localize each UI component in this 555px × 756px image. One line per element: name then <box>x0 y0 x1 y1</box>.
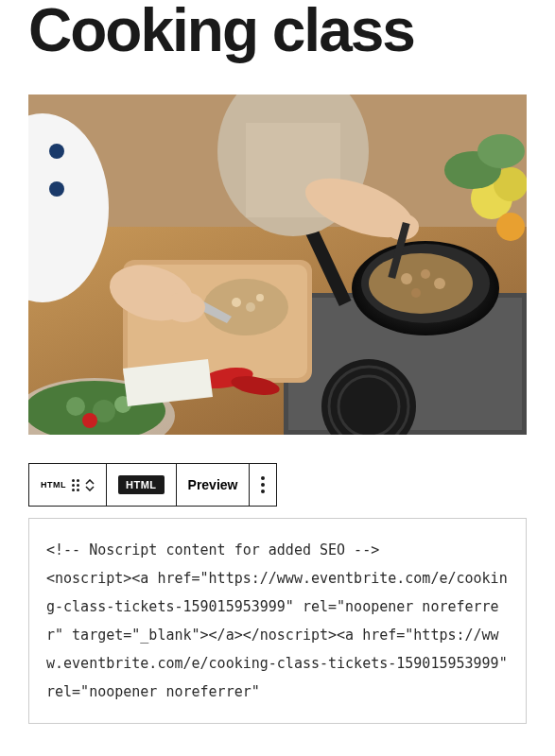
svg-point-46 <box>477 134 525 168</box>
svg-point-47 <box>496 213 525 241</box>
preview-mode-button[interactable]: Preview <box>177 464 251 506</box>
svg-point-11 <box>401 273 412 284</box>
block-toolbar: HTML HTML Preview <box>28 463 277 507</box>
more-options-button[interactable] <box>250 464 276 506</box>
svg-point-20 <box>246 302 255 312</box>
html-small-label: HTML <box>41 480 66 490</box>
svg-point-13 <box>434 278 445 289</box>
svg-point-41 <box>82 413 97 428</box>
html-code-editor[interactable]: <!-- Noscript content for added SEO --> … <box>28 518 527 724</box>
svg-point-10 <box>369 253 473 314</box>
svg-point-12 <box>421 269 430 279</box>
html-badge: HTML <box>118 475 165 494</box>
svg-point-14 <box>411 288 421 298</box>
more-icon <box>261 476 265 493</box>
drag-handle-icon <box>72 479 79 491</box>
block-type-button[interactable]: HTML <box>29 464 107 506</box>
move-arrows-icon <box>85 479 95 491</box>
svg-point-26 <box>49 181 64 197</box>
page-title: Cooking class <box>28 0 527 60</box>
svg-point-19 <box>232 298 241 307</box>
svg-point-21 <box>256 294 264 301</box>
svg-point-28 <box>164 292 205 322</box>
svg-point-25 <box>49 144 64 159</box>
preview-label: Preview <box>188 477 238 492</box>
svg-point-38 <box>66 397 85 416</box>
hero-image <box>28 94 527 435</box>
html-mode-button[interactable]: HTML <box>107 464 177 506</box>
